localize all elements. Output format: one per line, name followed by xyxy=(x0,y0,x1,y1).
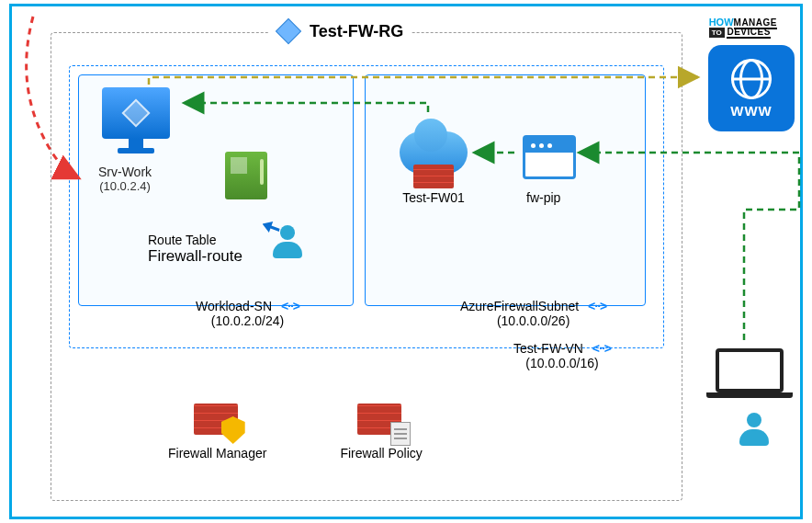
diagram-frame: HOWMANAGE TO DEVICES Test-FW-RG Srv-Work… xyxy=(9,4,803,519)
workload-subnet-cidr: (10.0.2.0/24) xyxy=(211,313,284,328)
public-ip-icon xyxy=(523,135,576,179)
firewall-icon xyxy=(400,131,468,188)
vnet-name: Test-FW-VN xyxy=(513,341,583,356)
vm-name: Srv-Work xyxy=(98,165,152,179)
workload-subnet-label: Workload-SN <··> (10.0.2.0/24) xyxy=(196,299,299,328)
peering-icon: <··> xyxy=(281,299,299,313)
logo-devices: DEVICES xyxy=(727,27,770,39)
resource-group-header: Test-FW-RG xyxy=(269,19,411,43)
firewall-name: Test-FW01 xyxy=(392,190,475,205)
client-laptop-icon xyxy=(716,348,793,398)
brand-logo: HOWMANAGE TO DEVICES xyxy=(709,17,777,38)
firewall-subnet-cidr: (10.0.0.0/26) xyxy=(497,313,570,328)
resource-group-name: Test-FW-RG xyxy=(310,22,403,41)
vm-icon xyxy=(102,87,170,153)
route-table-name: Firewall-route xyxy=(148,247,242,266)
internet-label: WWW xyxy=(730,103,772,119)
bottom-resources: Firewall Manager Firewall Policy xyxy=(168,404,423,460)
peering-icon: <··> xyxy=(588,299,606,313)
route-table-label: Route Table Firewall-route xyxy=(148,233,242,266)
route-table-caption: Route Table xyxy=(148,233,242,247)
public-ip-name: fw-pip xyxy=(526,190,560,205)
firewall-manager-icon xyxy=(194,404,242,440)
firewall-manager-item: Firewall Manager xyxy=(168,404,266,460)
vm-ip: (10.0.2.4) xyxy=(98,179,152,193)
internet-icon: WWW xyxy=(708,45,795,131)
firewall-policy-label: Firewall Policy xyxy=(340,446,422,460)
peering-icon: <··> xyxy=(592,341,611,356)
nic-server-icon xyxy=(225,152,267,199)
external-user-icon xyxy=(738,413,771,446)
vnet-label: Test-FW-VN <··> (10.0.0.0/16) xyxy=(513,341,611,370)
logo-to: TO xyxy=(709,28,725,38)
vm-label: Srv-Work (10.0.2.4) xyxy=(98,165,152,193)
vnet-cidr: (10.0.0.0/16) xyxy=(525,356,598,370)
firewall-policy-item: Firewall Policy xyxy=(340,404,422,460)
firewall-policy-icon xyxy=(357,404,405,440)
globe-icon xyxy=(731,59,772,99)
resource-group-icon xyxy=(276,19,300,43)
firewall-subnet-label: AzureFirewallSubnet <··> (10.0.0.0/26) xyxy=(460,299,606,328)
workload-subnet-name: Workload-SN xyxy=(196,299,272,313)
firewall-subnet-name: AzureFirewallSubnet xyxy=(460,299,579,313)
firewall-manager-label: Firewall Manager xyxy=(168,446,266,460)
